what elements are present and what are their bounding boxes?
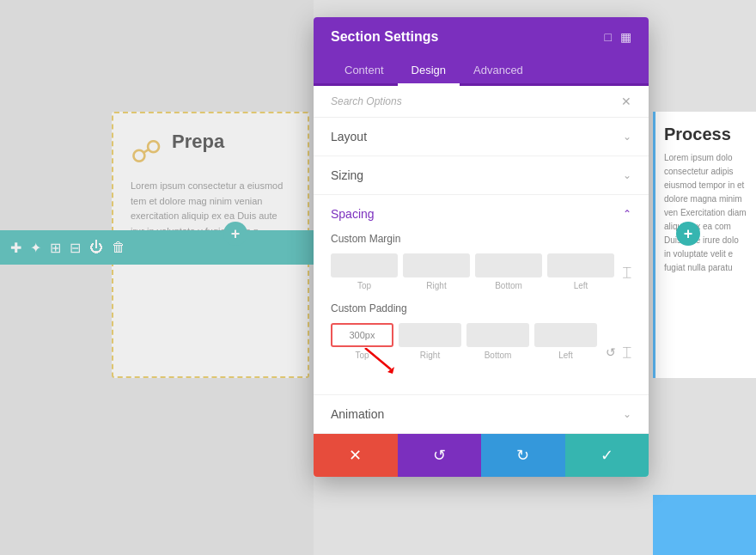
margin-top-group: Top (331, 253, 398, 290)
margin-top-label: Top (357, 281, 371, 290)
padding-bottom-label: Bottom (485, 351, 512, 360)
search-label: Search Options (331, 95, 402, 107)
columns-toolbar-icon[interactable]: ⊟ (70, 240, 81, 256)
modal-footer: ✕ ↺ ↻ ✓ (314, 434, 649, 477)
margin-right-label: Right (426, 281, 446, 290)
animation-title: Animation (331, 407, 384, 421)
spacing-chevron: ⌃ (623, 208, 631, 220)
annotation-area (331, 363, 631, 381)
save-icon: ✓ (601, 446, 613, 465)
spacing-header[interactable]: Spacing ⌃ (314, 195, 649, 233)
save-button[interactable]: ✓ (565, 434, 649, 477)
header-icons: □ ▦ (605, 30, 631, 44)
reset-button[interactable]: ↺ (398, 434, 482, 477)
padding-right-input[interactable] (399, 323, 461, 347)
layout-title: Layout (331, 130, 367, 143)
padding-reset-icon[interactable]: ↺ (606, 345, 616, 359)
animation-chevron: ⌄ (623, 408, 631, 420)
tab-advanced[interactable]: Advanced (460, 57, 537, 86)
cancel-button[interactable]: ✕ (314, 434, 398, 477)
settings-toolbar-icon[interactable]: ✦ (30, 240, 41, 256)
blue-bar (653, 495, 756, 555)
tab-design[interactable]: Design (398, 57, 460, 86)
search-area: Search Options ✕ (314, 86, 649, 118)
margin-right-input[interactable] (403, 253, 470, 278)
section-toolbar: ✚ ✦ ⊞ ⊟ ⏻ 🗑 (0, 230, 318, 265)
expand-icon[interactable]: □ (605, 30, 612, 44)
grid-toolbar-icon[interactable]: ⊞ (50, 240, 61, 256)
modal-title: Section Settings (331, 29, 438, 45)
padding-left-input[interactable] (534, 323, 597, 347)
modal-header: Section Settings □ ▦ (314, 17, 649, 57)
layout-chevron: ⌄ (623, 131, 631, 143)
tab-bar: Content Design Advanced (314, 57, 649, 86)
spacing-section: Spacing ⌃ Custom Margin Top Right Bottom (314, 195, 649, 395)
margin-device-icon[interactable]: ⌶ (623, 265, 631, 280)
add-toolbar-icon[interactable]: ✚ (10, 240, 21, 256)
animation-section: Animation ⌄ (314, 395, 649, 434)
right-card-title: Process (664, 125, 747, 144)
sizing-title: Sizing (331, 168, 363, 182)
padding-left-label: Left (558, 351, 573, 360)
spacing-title: Spacing (331, 207, 375, 221)
card-icon: ☍ (131, 134, 162, 170)
sizing-section: Sizing ⌄ (314, 156, 649, 195)
cancel-icon: ✕ (349, 446, 362, 465)
add-section-button-right[interactable]: + (676, 222, 700, 246)
custom-padding-label: Custom Padding (331, 302, 631, 314)
sizing-chevron: ⌄ (623, 169, 631, 181)
delete-toolbar-icon[interactable]: 🗑 (112, 240, 125, 255)
padding-bottom-group: Bottom (466, 323, 529, 360)
margin-left-input[interactable] (547, 253, 614, 278)
padding-bottom-input[interactable] (466, 323, 529, 347)
margin-left-label: Left (574, 281, 588, 290)
margin-left-group: Left (547, 253, 614, 290)
section-settings-modal: Section Settings □ ▦ Content Design Adva… (314, 17, 649, 477)
right-card-text: Lorem ipsum dolo consectetur adipis eius… (664, 151, 747, 275)
animation-header[interactable]: Animation ⌄ (314, 395, 649, 433)
margin-bottom-label: Bottom (495, 281, 522, 290)
margin-bottom-group: Bottom (475, 253, 542, 290)
red-arrow-annotation (357, 348, 408, 374)
add-section-button[interactable]: + (223, 222, 247, 246)
power-toolbar-icon[interactable]: ⏻ (89, 240, 103, 255)
left-card-title: Prepa (172, 131, 224, 153)
right-content-card: Process Lorem ipsum dolo consectetur adi… (653, 112, 756, 378)
sizing-header[interactable]: Sizing ⌄ (314, 156, 649, 194)
columns-icon[interactable]: ▦ (620, 30, 631, 44)
tab-content[interactable]: Content (331, 57, 398, 86)
padding-left-group: Left (534, 323, 597, 360)
padding-controls: ↺ ⌶ (606, 345, 631, 360)
padding-top-input[interactable] (331, 323, 393, 347)
spacing-content: Custom Margin Top Right Bottom Left (314, 233, 649, 394)
redo-button[interactable]: ↻ (481, 434, 565, 477)
search-icon[interactable]: ✕ (621, 95, 631, 108)
reset-icon: ↺ (433, 446, 446, 465)
margin-right-group: Right (403, 253, 470, 290)
margin-bottom-input[interactable] (475, 253, 542, 278)
margin-top-input[interactable] (331, 253, 398, 278)
svg-line-0 (365, 348, 391, 369)
padding-device-icon[interactable]: ⌶ (623, 345, 631, 360)
layout-header[interactable]: Layout ⌄ (314, 118, 649, 156)
redo-icon: ↻ (516, 446, 529, 465)
padding-right-label: Right (420, 351, 440, 360)
layout-section: Layout ⌄ (314, 118, 649, 156)
custom-margin-label: Custom Margin (331, 233, 631, 245)
